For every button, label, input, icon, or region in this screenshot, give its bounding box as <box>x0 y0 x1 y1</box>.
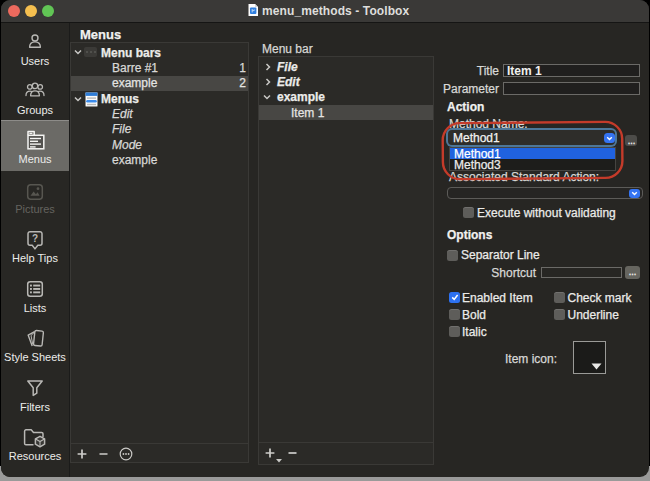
svg-text:?: ? <box>32 233 38 244</box>
